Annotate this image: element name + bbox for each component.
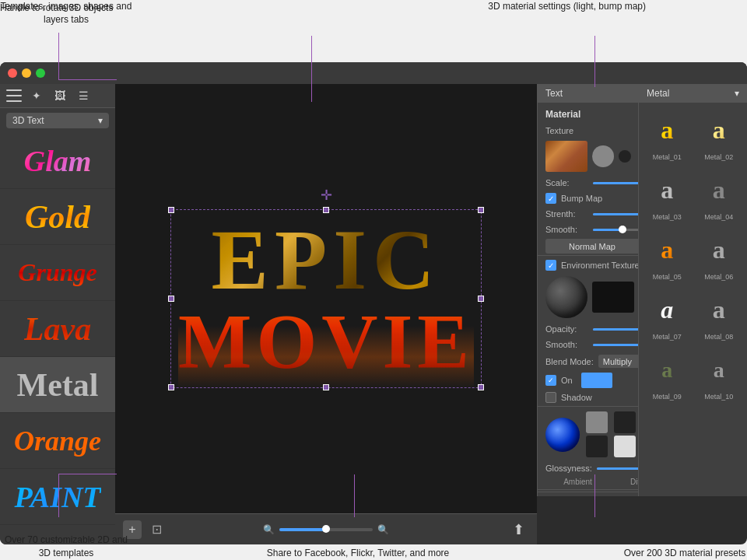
texture-swatch[interactable] <box>545 141 587 172</box>
traffic-lights <box>8 68 45 78</box>
minimize-button[interactable] <box>22 68 31 78</box>
preset-label-06: Metal_06 <box>704 273 733 281</box>
sidebar-toolbar: ✦ 🖼 ☰ <box>0 84 115 108</box>
style-grunge-label: Grunge <box>18 258 96 287</box>
preset-label-10: Metal_10 <box>704 393 733 401</box>
maximize-button[interactable] <box>36 68 45 78</box>
material-section-title: Material <box>545 109 580 120</box>
preset-metal-02[interactable]: a Metal_02 <box>694 106 745 164</box>
preset-thumb-09: a <box>646 348 689 391</box>
on-label: On <box>561 376 577 385</box>
zoom-out-icon: 🔍 <box>263 524 275 535</box>
star-icon[interactable]: ✦ <box>28 89 45 103</box>
annotation-material: 3D material settings (light, bump map) <box>488 0 646 13</box>
preset-label-08: Metal_08 <box>704 333 733 341</box>
style-metal-label: Metal <box>17 366 99 404</box>
close-button[interactable] <box>8 68 17 78</box>
preset-metal-10[interactable]: a Metal_10 <box>694 345 745 404</box>
presets-panel: Metal ▾ a Metal_01 a Metal_02 a Metal_03… <box>638 84 747 496</box>
preset-metal-04[interactable]: a Metal_04 <box>694 166 745 224</box>
share-button[interactable]: ⬆ <box>509 520 528 539</box>
preset-metal-06[interactable]: a Metal_06 <box>694 226 745 284</box>
style-gold-label: Gold <box>25 198 90 236</box>
env-sphere[interactable] <box>545 276 587 318</box>
color-dot[interactable] <box>619 150 631 163</box>
shadow-checkbox[interactable] <box>545 392 556 403</box>
preset-thumb-01: a <box>646 109 689 152</box>
preset-label-03: Metal_03 <box>653 213 682 221</box>
glossiness-label: Glossyness: <box>545 464 592 473</box>
annotation-rotate: Handle to rotate 3D objects <box>0 2 113 15</box>
style-glam-label: Glam <box>24 144 92 178</box>
preset-label-01: Metal_01 <box>653 153 682 161</box>
list-item[interactable]: Grunge <box>0 245 115 301</box>
preset-label-02: Metal_02 <box>704 153 733 161</box>
style-dropdown[interactable]: 3D Text ▾ <box>6 113 109 128</box>
preset-metal-03[interactable]: a Metal_03 <box>642 166 693 224</box>
preset-metal-01[interactable]: a Metal_01 <box>642 106 693 164</box>
epic-text: EPIC <box>178 217 474 303</box>
bump-map-checkbox[interactable]: ✓ <box>545 193 556 204</box>
diffuse-swatch-dark[interactable] <box>614 411 636 433</box>
layers-icon[interactable]: ☰ <box>75 89 92 103</box>
list-item[interactable]: PAINT <box>0 469 115 525</box>
color-circle[interactable] <box>592 145 614 167</box>
rotate-handle[interactable]: ✛ <box>318 187 334 202</box>
preset-label-09: Metal_09 <box>653 393 682 401</box>
specular-swatch-dark[interactable] <box>586 436 608 457</box>
preset-metal-07[interactable]: a Metal_07 <box>642 285 693 344</box>
ambient-label: Ambient <box>545 478 610 486</box>
scale-label: Scale: <box>545 178 588 187</box>
zoom-slider[interactable]: 🔍 🔍 <box>263 524 389 535</box>
preset-thumb-07: a <box>646 289 689 331</box>
list-item-metal[interactable]: Metal <box>0 357 115 413</box>
zoom-track[interactable] <box>279 528 373 531</box>
preset-label-07: Metal_07 <box>653 333 682 341</box>
shadow-label: Shadow <box>561 393 604 402</box>
title-bar <box>0 62 747 84</box>
preset-thumb-02: a <box>697 109 740 152</box>
image-icon[interactable]: 🖼 <box>51 89 68 103</box>
add-button[interactable]: + <box>123 520 142 539</box>
smooth2-label: Smooth: <box>545 340 588 349</box>
menu-icon[interactable] <box>6 89 22 102</box>
list-item[interactable]: Lava <box>0 301 115 357</box>
env-texture-checkbox[interactable]: ✓ <box>545 260 556 271</box>
color-swatch-blue[interactable] <box>581 373 612 388</box>
blend-label: Blend Mode: <box>545 357 594 366</box>
style-list: Glam Gold Grunge Lava Metal Orange <box>0 133 115 544</box>
style-lava-label: Lava <box>24 310 91 348</box>
list-item[interactable]: Gold <box>0 189 115 245</box>
list-item[interactable]: Glam <box>0 133 115 189</box>
annotation-templates: Templates, images, shapes and layers tab… <box>0 0 132 26</box>
presets-dropdown-icon: ▾ <box>735 88 739 99</box>
env-dark-swatch[interactable] <box>592 282 634 313</box>
chevron-down-icon: ▾ <box>98 115 103 126</box>
presets-grid: a Metal_01 a Metal_02 a Metal_03 a Metal… <box>639 103 747 407</box>
image-add-button[interactable]: ⊡ <box>148 523 165 537</box>
annotation-presets-bottom: Over 200 3D material presets <box>622 547 747 560</box>
preset-thumb-05: a <box>646 229 689 271</box>
panel-title: Text <box>545 88 563 99</box>
strength-label: Strenth: <box>545 209 588 219</box>
smooth-label: Smooth: <box>545 225 588 234</box>
preset-thumb-10: a <box>697 348 740 391</box>
preset-thumb-03: a <box>646 169 689 212</box>
ambient-sphere[interactable] <box>545 418 580 452</box>
env-texture-label: Environment Texture <box>561 261 640 270</box>
presets-title: Metal <box>647 88 669 99</box>
bottom-toolbar: + ⊡ 🔍 🔍 ⬆ <box>115 513 537 544</box>
specular-swatch-white[interactable] <box>614 436 636 457</box>
diffuse-swatch-gray[interactable] <box>586 411 608 433</box>
canvas-area[interactable]: ✛ EPIC MOVIE + ⊡ 🔍 <box>115 84 537 544</box>
preset-metal-08[interactable]: a Metal_08 <box>694 285 745 344</box>
preset-metal-05[interactable]: a Metal_05 <box>642 226 693 284</box>
preset-thumb-04: a <box>697 169 740 212</box>
canvas-content: ✛ EPIC MOVIE <box>115 84 537 513</box>
list-item[interactable]: Orange <box>0 413 115 469</box>
preset-metal-09[interactable]: a Metal_09 <box>642 345 693 404</box>
preset-thumb-08: a <box>697 289 740 331</box>
canvas-text: EPIC MOVIE <box>178 217 474 380</box>
preset-label-05: Metal_05 <box>653 273 682 281</box>
on-checkbox[interactable]: ✓ <box>545 375 556 386</box>
